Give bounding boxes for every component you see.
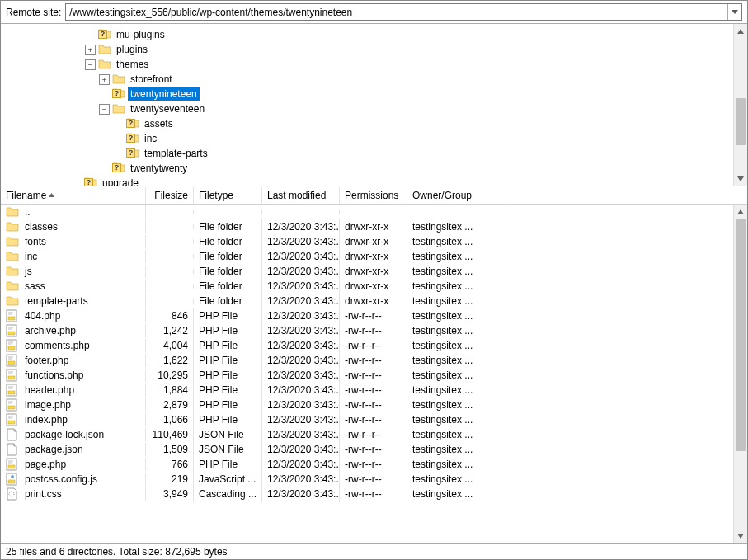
- scroll-up-button[interactable]: [734, 24, 747, 38]
- directory-tree[interactable]: ?mu-plugins+plugins−themes+storefront?tw…: [1, 24, 733, 186]
- file-modified: 12/3/2020 3:43:...: [262, 219, 340, 235]
- scroll-up-button[interactable]: [734, 205, 747, 219]
- file-name: 404.php: [25, 310, 60, 322]
- path-combo[interactable]: [65, 3, 742, 21]
- file-row[interactable]: print.css3,949Cascading ...12/3/2020 3:4…: [1, 487, 733, 501]
- file-size: 4,004: [146, 337, 194, 354]
- path-input[interactable]: [66, 5, 727, 20]
- folder-icon: [98, 43, 111, 56]
- column-filetype[interactable]: Filetype: [194, 187, 262, 204]
- column-permissions[interactable]: Permissions: [340, 187, 407, 204]
- file-modified: 12/3/2020 3:43:...: [262, 367, 340, 384]
- file-size: 219: [146, 471, 194, 487]
- file-row[interactable]: postcss.config.js219JavaScript ...12/3/2…: [1, 472, 733, 487]
- tree-item[interactable]: −themes: [1, 57, 733, 72]
- file-list[interactable]: ..classesFile folder12/3/2020 3:43:...dr…: [1, 205, 733, 543]
- file-row[interactable]: archive.php1,242PHP File12/3/2020 3:43:.…: [1, 323, 733, 338]
- file-row[interactable]: template-partsFile folder12/3/2020 3:43:…: [1, 294, 733, 308]
- file-row[interactable]: footer.php1,622PHP File12/3/2020 3:43:..…: [1, 353, 733, 368]
- tree-spacer: [113, 119, 124, 129]
- path-dropdown-button[interactable]: [727, 4, 741, 20]
- file-scrollbar[interactable]: [733, 205, 747, 543]
- scroll-down-button[interactable]: [734, 529, 747, 543]
- file-row[interactable]: 404.php846PHP File12/3/2020 3:43:...-rw-…: [1, 308, 733, 323]
- column-owner[interactable]: Owner/Group: [407, 187, 506, 204]
- expand-icon[interactable]: +: [99, 74, 110, 85]
- folder-icon: [112, 73, 125, 86]
- file-row[interactable]: comments.php4,004PHP File12/3/2020 3:43:…: [1, 338, 733, 353]
- file-row[interactable]: header.php1,884PHP File12/3/2020 3:43:..…: [1, 383, 733, 398]
- file-perm: -rw-r--r--: [340, 322, 407, 339]
- tree-item-label: inc: [142, 132, 159, 145]
- tree-item[interactable]: +storefront: [1, 72, 733, 87]
- scroll-thumb[interactable]: [736, 98, 746, 145]
- file-row[interactable]: package-lock.json110,469JSON File12/3/20…: [1, 427, 733, 442]
- file-row[interactable]: image.php2,879PHP File12/3/2020 3:43:...…: [1, 398, 733, 412]
- file-type: PHP File: [194, 367, 262, 384]
- column-filesize[interactable]: Filesize: [146, 187, 194, 204]
- expand-icon[interactable]: +: [85, 45, 96, 55]
- folder-icon: [6, 220, 19, 233]
- tree-item[interactable]: ?twentytwenty: [1, 161, 733, 176]
- file-modified: 12/3/2020 3:43:...: [262, 352, 340, 369]
- tree-item-label: twentytwenty: [128, 162, 190, 175]
- php-file-icon: [6, 309, 19, 322]
- css-file-icon: [6, 487, 19, 501]
- folder-icon: [6, 280, 19, 293]
- chevron-down-icon: [732, 10, 738, 15]
- file-row[interactable]: incFile folder12/3/2020 3:43:...drwxr-xr…: [1, 249, 733, 264]
- file-row[interactable]: sassFile folder12/3/2020 3:43:...drwxr-x…: [1, 279, 733, 294]
- file-perm: -rw-r--r--: [340, 486, 407, 502]
- file-modified: 12/3/2020 3:43:...: [262, 486, 340, 502]
- tree-item[interactable]: ?mu-plugins: [1, 27, 733, 42]
- file-owner: testingsitex ...: [407, 367, 506, 384]
- file-owner: testingsitex ...: [407, 337, 506, 354]
- php-file-icon: [6, 369, 19, 382]
- file-name: sass: [25, 280, 45, 292]
- tree-item[interactable]: ?twentynineteen: [1, 87, 733, 101]
- file-type: JSON File: [194, 441, 262, 458]
- scroll-track[interactable]: [734, 38, 747, 172]
- file-type: [194, 209, 262, 214]
- file-row[interactable]: jsFile folder12/3/2020 3:43:...drwxr-xr-…: [1, 264, 733, 279]
- file-perm: [340, 209, 407, 214]
- file-modified: 12/3/2020 3:43:...: [262, 441, 340, 458]
- tree-item[interactable]: −twentyseventeen: [1, 101, 733, 116]
- tree-item[interactable]: +plugins: [1, 42, 733, 57]
- scroll-down-button[interactable]: [734, 172, 747, 186]
- file-perm: -rw-r--r--: [340, 397, 407, 413]
- file-size: 846: [146, 308, 194, 324]
- file-type: File folder: [194, 293, 262, 309]
- file-type: File folder: [194, 219, 262, 235]
- file-row[interactable]: ..: [1, 205, 733, 219]
- status-text: 25 files and 6 directories. Total size: …: [6, 546, 228, 558]
- tree-item[interactable]: ?template-parts: [1, 146, 733, 161]
- tree-item[interactable]: ?inc: [1, 131, 733, 146]
- tree-item[interactable]: ?assets: [1, 116, 733, 131]
- file-name: package-lock.json: [25, 429, 104, 440]
- file-row[interactable]: index.php1,066PHP File12/3/2020 3:43:...…: [1, 412, 733, 427]
- folder-icon: [6, 205, 19, 219]
- file-owner: testingsitex ...: [407, 278, 506, 294]
- column-modified[interactable]: Last modified: [262, 187, 340, 204]
- tree-item[interactable]: ?upgrade: [1, 176, 733, 186]
- file-size: 3,949: [146, 486, 194, 502]
- file-row[interactable]: package.json1,509JSON File12/3/2020 3:43…: [1, 442, 733, 457]
- scroll-thumb[interactable]: [736, 219, 746, 451]
- file-row[interactable]: page.php766PHP File12/3/2020 3:43:...-rw…: [1, 457, 733, 472]
- svg-rect-13: [8, 406, 15, 409]
- scroll-track[interactable]: [734, 219, 747, 529]
- php-file-icon: [6, 458, 19, 471]
- folder-icon: [6, 265, 19, 278]
- svg-rect-9: [8, 376, 15, 379]
- folder-icon: [98, 58, 111, 71]
- file-row[interactable]: fontsFile folder12/3/2020 3:43:...drwxr-…: [1, 234, 733, 249]
- tree-scrollbar[interactable]: [733, 24, 747, 186]
- file-row[interactable]: functions.php10,295PHP File12/3/2020 3:4…: [1, 368, 733, 383]
- file-name: print.css: [25, 488, 62, 500]
- column-filename[interactable]: Filename: [1, 187, 146, 204]
- file-row[interactable]: classesFile folder12/3/2020 3:43:...drwx…: [1, 219, 733, 234]
- file-size: 110,469: [146, 426, 194, 443]
- collapse-icon[interactable]: −: [85, 59, 96, 70]
- collapse-icon[interactable]: −: [99, 104, 110, 115]
